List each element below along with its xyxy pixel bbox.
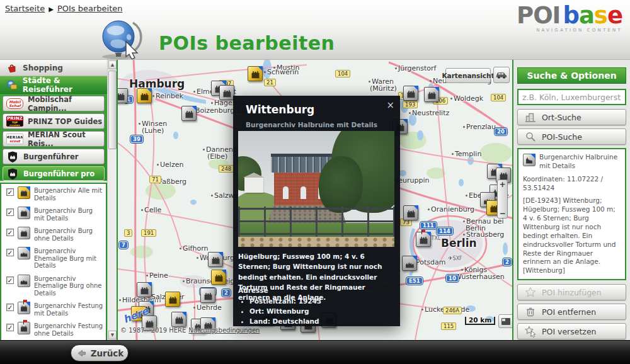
poi-marker-castle[interactable] [248, 66, 263, 81]
city-label: Oranienburg [428, 205, 474, 213]
sidebar-item-shopping[interactable]: Shopping [0, 60, 107, 76]
button-label: Zurück [91, 348, 124, 358]
layer-checkbox[interactable]: ✓ [6, 188, 14, 196]
castle-icon [18, 227, 30, 239]
map-zoom-control[interactable]: + − [497, 179, 508, 219]
map-view-button[interactable]: Kartenansicht [445, 68, 491, 83]
poi-entfernen-button[interactable]: POI entfernen [517, 304, 626, 320]
poi-marker-castle[interactable] [219, 85, 234, 100]
layer-checkbox[interactable]: ✓ [6, 324, 14, 331]
poi-marker-castle[interactable] [208, 252, 223, 267]
trash-icon [524, 305, 537, 318]
red-flag [24, 320, 27, 322]
guide-button-mobilschaf[interactable]: MobilSchaf Mobilschaf Campin... [3, 96, 105, 111]
popup-address-list: Postleitzahl: 19243Ort: WittenburgLand: … [249, 296, 321, 326]
poi-marker-castle[interactable] [181, 106, 197, 121]
blue-flag [25, 302, 30, 307]
hero: POIs bearbeiten [93, 18, 335, 59]
blue-flag [221, 270, 226, 275]
address-item: Ort: Wittenburg [249, 306, 321, 316]
layer-checkbox[interactable]: ✓ [6, 276, 14, 284]
poi-layer-item[interactable]: ✓Burgenarchiv Burg ohne Details [1, 224, 106, 244]
poi-marker-castle[interactable] [200, 288, 215, 303]
blue-flag [413, 205, 418, 210]
road-shield: 20 [495, 128, 507, 135]
map-canvas[interactable]: HamburgBerlinMustinSchwerinElmenhorstRei… [117, 60, 513, 340]
search-input[interactable] [517, 89, 626, 105]
road-shield: 7 [119, 241, 128, 249]
poi-layer-item[interactable]: ✓Burgenarchiv Ehemalige Burg ohne Detail… [1, 272, 106, 300]
poi-photo [238, 131, 394, 247]
city-label: Uelzen [157, 161, 183, 169]
breadcrumb-home-link[interactable]: Startseite [5, 4, 45, 13]
poibase-logo: POIbase NAVIGATION CONTENT [517, 4, 622, 33]
scroll-up-arrow[interactable]: ▲ [108, 60, 117, 69]
city-label: Gifhorn [180, 244, 208, 253]
poi-marker-castle[interactable] [211, 270, 226, 285]
poi-marker-castle[interactable] [117, 88, 128, 103]
poi-layer-item[interactable]: ✓Burgenarchiv Festung ohne Details [1, 319, 106, 339]
popup-title: Wittenburg [246, 103, 314, 116]
scroll-down-arrow[interactable]: ▼ [108, 331, 117, 339]
poi-layer-item[interactable]: ✓Burgenarchiv Alle mit Details [1, 184, 106, 204]
breadcrumb-current-link[interactable]: POIs bearbeiten [57, 4, 123, 13]
layer-checkbox[interactable]: ✓ [6, 249, 14, 256]
sidebar-scrollbar[interactable]: ▲ ▼ [107, 60, 117, 340]
city-label: Wusterhausen [455, 273, 505, 281]
popup-address-label: Adresse [238, 287, 268, 294]
poi-layer-item[interactable]: ✓Burgenarchiv Burg mit Details [1, 204, 106, 224]
zoom-out-button[interactable]: − [499, 209, 505, 218]
road-shield: 193 [403, 101, 418, 108]
close-icon[interactable]: × [386, 100, 394, 111]
poi-marker-castle[interactable] [171, 312, 186, 327]
poi-layer-item[interactable]: ✓Burgenarchiv Festung mit Details [1, 299, 106, 319]
arrow-left-icon [76, 348, 87, 358]
ort-suche-button[interactable]: Ort-Suche [517, 109, 626, 125]
guide-button-prinz[interactable]: PRINZTOP GUIDES PRINZ TOP Guides [3, 113, 105, 129]
logo-line: PRINZ [7, 116, 23, 121]
city-label: Potsdam [413, 258, 445, 266]
zoom-in-button[interactable]: + [499, 180, 505, 189]
layer-checkbox[interactable]: ✓ [6, 304, 14, 311]
layer-label: Burgenarchiv Festung ohne Details [34, 322, 105, 337]
poi-marker-castle[interactable] [137, 282, 152, 297]
poi-marker-castle[interactable] [165, 292, 180, 307]
button-label: POI-Suche [542, 132, 582, 142]
layer-label: Burgenarchiv Ehemalige Burg ohne Details [34, 275, 105, 297]
poi-suche-button[interactable]: POI-Suche [517, 128, 626, 145]
minimap-toggle-button[interactable] [498, 314, 513, 328]
road-shield: E51 [406, 277, 423, 285]
layer-checkbox[interactable]: ✓ [6, 229, 14, 236]
poi-marker-castle[interactable] [137, 88, 152, 103]
poi-marker-castle[interactable] [424, 87, 439, 102]
mobilschaf-logo: MobilSchaf [6, 98, 23, 109]
back-button[interactable]: Zurück [71, 344, 129, 361]
guide-button-burgenfuehrer-pro[interactable]: Burgenführer pro [3, 166, 105, 181]
terms-link[interactable]: Nutzungsbedingungen [188, 327, 260, 334]
poi-marker-ruin[interactable] [402, 256, 417, 271]
layer-checkbox[interactable]: ✓ [6, 208, 14, 216]
poi-marker-castle[interactable] [403, 86, 418, 101]
road-shield: 21 [264, 79, 276, 86]
city-label: Schwerin [264, 68, 299, 76]
sidebar-item-staedte[interactable]: Städte & Reiseführer [0, 76, 107, 94]
road-shield: 10 [446, 275, 459, 282]
poi-marker-castle[interactable] [403, 205, 418, 220]
button-label: POI entfernen [542, 307, 596, 317]
poi-versetzen-button[interactable]: POI versetzen [517, 323, 626, 339]
poi-layer-item[interactable]: ✓Burgenarchiv Ehemalige Burg mit Details [1, 244, 106, 272]
blue-flag [426, 232, 431, 237]
scrollbar-thumb[interactable] [108, 71, 117, 149]
breadcrumb: Startseite▶POIs bearbeiten [5, 4, 123, 13]
poi-marker-castle[interactable] [416, 232, 431, 247]
traffic-button[interactable] [493, 67, 510, 83]
layer-label: Burgenarchiv Burg mit Details [34, 207, 105, 222]
ruin-icon [18, 275, 30, 287]
poi-hinzufuegen-button[interactable]: POI hinzufügen [517, 284, 626, 300]
road-shield: 246A [443, 307, 462, 314]
city-label: Uehrde [193, 304, 222, 312]
guide-button-burgenfuehrer[interactable]: Burgenführer [3, 149, 105, 164]
blue-flag [147, 88, 152, 93]
city-label: Templin [452, 150, 481, 158]
guide-button-merian[interactable]: MERIANscout MERIAN Scout Reis... [3, 131, 105, 147]
